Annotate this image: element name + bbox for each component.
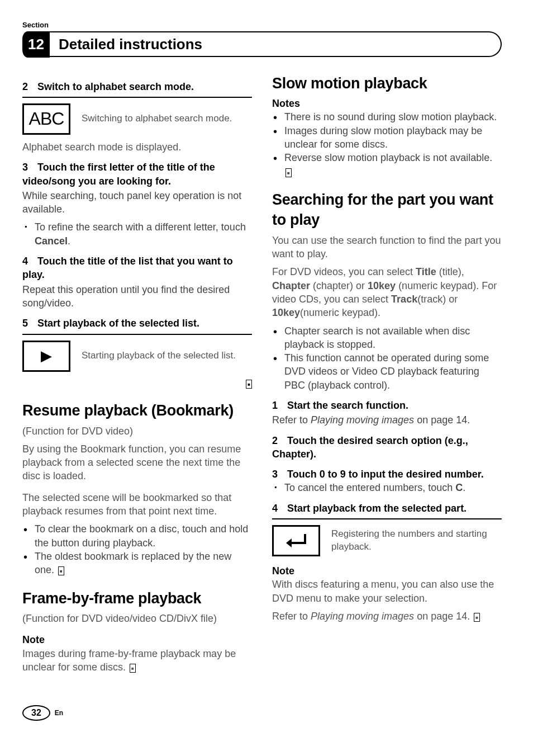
step-num: 3 (22, 160, 35, 174)
search-bullet-2: This function cannot be operated during … (272, 351, 502, 392)
search-bullets: Chapter search is not available when dis… (272, 324, 502, 392)
enter-icon-row: Registering the numbers and starting pla… (272, 525, 502, 556)
column-right: Slow motion playback Notes There is no s… (272, 73, 502, 678)
page-lang: En (55, 708, 63, 717)
resume-bullet-2: The oldest bookmark is replaced by the n… (22, 550, 252, 577)
text-bold: Title (416, 266, 436, 277)
slow-bullet-1: There is no sound during slow motion pla… (272, 110, 502, 124)
search-step-3-title: 3 Touch 0 to 9 to input the desired numb… (272, 467, 502, 481)
search-p2: For DVD videos, you can select Title (ti… (272, 265, 502, 319)
step-4-title: 4 Touch the title of the list that you w… (22, 254, 252, 282)
step-text: Switch to alphabet search mode. (37, 81, 194, 92)
step-text: Touch the first letter of the title of t… (22, 162, 215, 186)
notes-label: Notes (272, 97, 502, 110)
search-bullet-1: Chapter search is not available when dis… (272, 324, 502, 352)
end-square-icon (285, 168, 292, 177)
resume-bullets: To clear the bookmark on a disc, touch a… (22, 522, 252, 577)
step-text: Start playback of the selected list. (37, 318, 199, 329)
end-square-icon (58, 566, 64, 575)
step-num: 4 (272, 502, 284, 515)
page-footer: 32 En (22, 705, 502, 721)
text-italic: Playing moving images (311, 611, 414, 622)
section-end (22, 377, 252, 390)
text-fragment: Reverse slow motion playback is not avai… (284, 152, 492, 163)
step-text: Touch the desired search option (e.g., C… (272, 435, 468, 460)
step-num: 2 (272, 434, 284, 447)
text-fragment: (track) or (417, 294, 458, 305)
heading-frame: Frame-by-frame playback (22, 588, 252, 608)
search-step-1-title: 1 Start the search function. (272, 399, 502, 412)
text-fragment: Refer to (272, 611, 311, 622)
enter-icon-desc: Registering the numbers and starting pla… (331, 528, 502, 554)
end-square-icon (474, 613, 480, 622)
slow-bullets: There is no sound during slow motion pla… (272, 110, 502, 178)
resume-bullet-1: To clear the bookmark on a disc, touch a… (22, 522, 252, 550)
step-text: Start the search function. (287, 400, 408, 411)
text-bold: 10key (368, 280, 396, 291)
text-fragment: (chapter) or (310, 280, 368, 291)
section-header: 12 Detailed instructions (22, 31, 502, 58)
resume-p2: The selected scene will be bookmarked so… (22, 491, 252, 518)
note-label: Note (272, 564, 502, 578)
text-bold: Track (391, 294, 417, 305)
slow-bullet-3: Reverse slow motion playback is not avai… (272, 151, 502, 178)
note-label: Note (22, 633, 252, 646)
divider (22, 334, 252, 335)
heading-search: Searching for the part you want to play (272, 190, 502, 230)
play-icon-row: ▶ Starting playback of the selected list… (22, 341, 252, 372)
text-fragment: To cancel the entered numbers, touch (284, 482, 455, 493)
search-step-3-sub: To cancel the entered numbers, touch C. (272, 481, 502, 494)
search-step-1-desc: Refer to Playing moving images on page 1… (272, 413, 502, 427)
text-fragment: Refer to (272, 414, 311, 426)
step-3-sublist: To refine the search with a different le… (22, 220, 252, 248)
text-italic: Playing moving images (311, 414, 414, 426)
step-num: 2 (22, 80, 35, 93)
step-num: 4 (22, 254, 35, 268)
text-bold: C (455, 482, 463, 493)
play-icon-desc: Starting playback of the selected list. (82, 349, 252, 362)
end-square-icon (130, 664, 136, 673)
text-fragment: on page 14. (414, 611, 470, 622)
end-square-icon (246, 380, 252, 389)
abc-followup: Alphabet search mode is displayed. (22, 140, 252, 154)
column-left: 2 Switch to alphabet search mode. ABC Sw… (22, 73, 252, 678)
step-text: Start playback from the selected part. (287, 503, 467, 514)
enter-icon (272, 525, 320, 556)
text-fragment: To refine the search with a different le… (35, 221, 246, 233)
step-text: Touch the title of the list that you wan… (22, 256, 233, 280)
abc-icon-desc: Switching to alphabet search mode. (82, 112, 252, 125)
text-fragment: . (68, 235, 70, 247)
step-num: 1 (272, 399, 284, 412)
frame-subtitle: (Function for DVD video/video CD/DivX fi… (22, 612, 252, 625)
step-4-desc: Repeat this operation until you find the… (22, 283, 252, 310)
section-number: 12 (22, 31, 50, 58)
enter-arrow-icon (285, 533, 307, 549)
text-fragment: (title), (436, 266, 464, 277)
play-icon: ▶ (22, 341, 70, 372)
heading-slow: Slow motion playback (272, 73, 502, 93)
search-step-3-sublist: To cancel the entered numbers, touch C. (272, 481, 502, 494)
text-fragment: . (463, 482, 465, 493)
search-p1: You can use the search function to find … (272, 234, 502, 261)
step-3-sub: To refine the search with a different le… (22, 220, 252, 248)
abc-icon: ABC (22, 103, 70, 135)
slow-bullet-2: Images during slow motion playback may b… (272, 124, 502, 152)
search-step-4-title: 4 Start playback from the selected part. (272, 502, 502, 515)
text-bold: 10key (272, 307, 300, 318)
divider (22, 97, 252, 98)
resume-p1: By using the Bookmark function, you can … (22, 442, 252, 483)
step-5-title: 5 Start playback of the selected list. (22, 316, 252, 330)
text-bold: Chapter (272, 280, 310, 291)
endnote-p2: Refer to Playing moving images on page 1… (272, 609, 502, 623)
abc-icon-row: ABC Switching to alphabet search mode. (22, 103, 252, 135)
step-2-title: 2 Switch to alphabet search mode. (22, 80, 252, 93)
text-fragment: Images during frame-by-frame playback ma… (22, 648, 236, 673)
step-text: Touch 0 to 9 to input the desired number… (287, 469, 484, 480)
heading-resume: Resume playback (Bookmark) (22, 400, 252, 420)
step-num: 3 (272, 467, 284, 481)
text-fragment: on page 14. (414, 414, 470, 426)
text-fragment: For DVD videos, you can select (272, 266, 416, 277)
search-step-2-title: 2 Touch the desired search option (e.g.,… (272, 434, 502, 461)
step-3-desc: While searching, touch panel key operati… (22, 189, 252, 216)
text-bold: Cancel (35, 235, 68, 247)
